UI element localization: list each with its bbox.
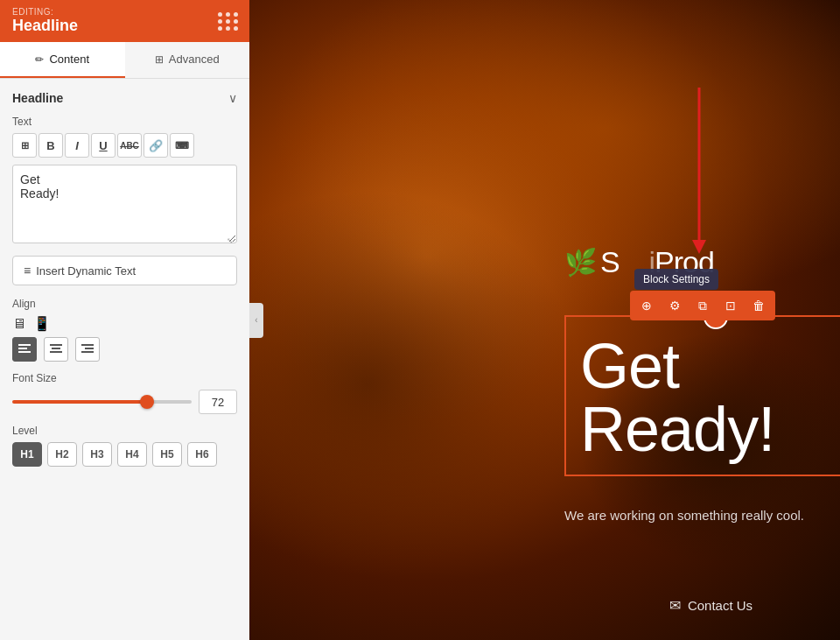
level-h3-button[interactable]: H3 <box>82 442 112 467</box>
level-h6-button[interactable]: H6 <box>187 442 217 467</box>
panel-collapse-handle[interactable]: ‹ <box>249 303 263 338</box>
level-h2-button[interactable]: H2 <box>47 442 77 467</box>
level-section: Level H1 H2 H3 H4 H5 H6 <box>12 425 237 467</box>
pencil-icon: ✏ <box>35 53 44 66</box>
align-label: Align <box>12 298 237 310</box>
envelope-icon: ✉ <box>669 597 681 614</box>
align-options-row <box>12 337 237 362</box>
strikethrough-button[interactable]: ABC <box>117 133 142 158</box>
level-h4-button[interactable]: H4 <box>117 442 147 467</box>
panel-tabs: ✏ Content ⊞ Advanced <box>0 42 249 79</box>
panel-header: EDITING: Headline <box>0 0 249 42</box>
insert-dynamic-label: Insert Dynamic Text <box>36 264 136 278</box>
align-center-button[interactable] <box>44 337 68 362</box>
logo-leaf-icon: 🌿 <box>564 247 597 278</box>
settings-icon: ⊞ <box>155 53 164 66</box>
level-h5-button[interactable]: H5 <box>152 442 182 467</box>
font-size-slider-row <box>12 390 237 414</box>
block-settings-button[interactable]: ⚙ <box>663 294 686 317</box>
block-move-button[interactable]: ⊕ <box>635 294 658 317</box>
keyboard-button[interactable]: ⌨ <box>170 133 194 158</box>
red-arrow <box>697 88 701 254</box>
headline-collapse-chevron[interactable]: ∨ <box>228 91 237 105</box>
canvas: 🌿 S iProd Block Settings ⊕ ⚙ ⧉ ⊡ 🗑 + Get… <box>249 0 840 640</box>
panel-header-left: EDITING: Headline <box>12 7 78 35</box>
subtitle-text: We are working on something really cool. <box>564 508 804 523</box>
align-section: Align 🖥 📱 <box>12 298 237 362</box>
svg-rect-1 <box>18 348 27 349</box>
panel-body: Headline ∨ Text ⊞ B I U ABC 🔗 ⌨ Get Read… <box>0 79 249 640</box>
headline-text-input[interactable]: Get Ready! <box>12 165 237 243</box>
level-label: Level <box>12 425 237 437</box>
svg-rect-0 <box>18 344 31 346</box>
font-size-section: Font Size <box>12 372 237 414</box>
tab-advanced[interactable]: ⊞ Advanced <box>125 42 250 78</box>
arrow-line <box>698 88 701 242</box>
insert-dynamic-text-button[interactable]: ≡ Insert Dynamic Text <box>12 256 237 285</box>
text-area-wrapper: Get Ready! ⤡ <box>12 165 237 247</box>
arrow-head <box>692 240 706 254</box>
svg-rect-5 <box>50 351 62 353</box>
bold-button[interactable]: B <box>38 133 63 158</box>
svg-rect-2 <box>18 351 31 353</box>
dynamic-text-icon: ≡ <box>24 264 31 278</box>
level-h1-button[interactable]: H1 <box>12 442 42 467</box>
headline-block[interactable]: + GetReady! <box>564 315 840 476</box>
svg-rect-8 <box>81 351 94 353</box>
svg-rect-7 <box>85 348 94 349</box>
tab-content-label: Content <box>49 53 89 66</box>
special-chars-button[interactable]: ⊞ <box>12 133 37 158</box>
block-copy-button[interactable]: ⊡ <box>719 294 742 317</box>
level-row: H1 H2 H3 H4 H5 H6 <box>12 442 237 467</box>
svg-rect-6 <box>81 344 94 346</box>
resize-handle[interactable]: ⤡ <box>227 236 235 245</box>
text-field-label: Text <box>12 116 237 128</box>
mobile-icon[interactable]: 📱 <box>33 315 51 332</box>
link-button[interactable]: 🔗 <box>144 133 168 158</box>
editing-label: EDITING: <box>12 7 78 17</box>
svg-rect-3 <box>50 344 62 346</box>
headline-section-title: Headline <box>12 91 63 105</box>
underline-button[interactable]: U <box>91 133 116 158</box>
block-toolbar[interactable]: ⊕ ⚙ ⧉ ⊡ 🗑 <box>630 291 775 320</box>
svg-rect-4 <box>52 348 60 349</box>
tab-content[interactable]: ✏ Content <box>0 42 125 78</box>
tab-advanced-label: Advanced <box>169 53 220 66</box>
desktop-icon[interactable]: 🖥 <box>12 316 26 332</box>
font-size-slider[interactable] <box>12 400 192 404</box>
left-panel: EDITING: Headline ✏ Content ⊞ Advanced H… <box>0 0 249 640</box>
font-size-label: Font Size <box>12 372 237 384</box>
block-settings-tooltip: Block Settings <box>634 269 718 290</box>
text-toolbar: ⊞ B I U ABC 🔗 ⌨ <box>12 133 237 158</box>
block-settings-label: Block Settings <box>643 273 710 285</box>
block-delete-button[interactable]: 🗑 <box>747 294 770 317</box>
align-right-button[interactable] <box>75 337 100 362</box>
contact-us-label: Contact Us <box>688 598 752 613</box>
italic-button[interactable]: I <box>65 133 89 158</box>
align-row: 🖥 📱 <box>12 315 237 332</box>
grid-dots-icon[interactable] <box>218 12 239 31</box>
align-left-button[interactable] <box>12 337 37 362</box>
block-duplicate-button[interactable]: ⧉ <box>691 294 714 317</box>
headline-text: GetReady! <box>580 334 840 461</box>
font-size-input[interactable] <box>199 390 237 414</box>
slider-thumb[interactable] <box>140 395 154 409</box>
contact-us-button[interactable]: ✉ Contact Us <box>669 597 752 614</box>
headline-section-header: Headline ∨ <box>12 91 237 105</box>
editing-title: Headline <box>12 17 78 35</box>
